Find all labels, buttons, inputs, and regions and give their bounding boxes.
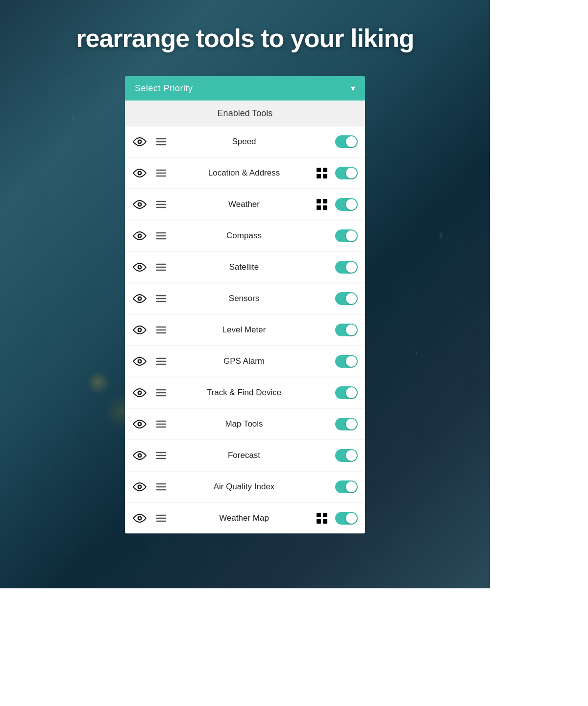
drag-handle-air-quality[interactable] [152, 482, 170, 491]
eye-icon-map-tools[interactable] [131, 419, 148, 429]
toggle-air-quality[interactable] [335, 480, 358, 493]
drag-handle-weather[interactable] [152, 200, 170, 209]
toggle-sensors[interactable] [335, 292, 358, 305]
toggle-area-forecast [334, 449, 359, 462]
toggle-area-speed [334, 135, 359, 148]
svg-point-24 [139, 235, 141, 237]
tool-label-gps-alarm: GPS Alarm [174, 356, 314, 366]
toggle-area-satellite [334, 261, 359, 274]
toggle-knob-level-meter [346, 325, 357, 335]
tool-row-forecast: Forecast [125, 440, 365, 471]
toggle-forecast[interactable] [335, 449, 358, 462]
drag-handle-track-device[interactable] [152, 388, 170, 397]
drag-handle-forecast[interactable] [152, 451, 170, 460]
drag-handle-satellite[interactable] [152, 263, 170, 272]
toggle-map-tools[interactable] [335, 418, 358, 430]
toggle-level-meter[interactable] [335, 324, 358, 336]
drag-handle-map-tools[interactable] [152, 420, 170, 429]
svg-rect-13 [323, 174, 327, 178]
eye-icon-weather-map[interactable] [131, 513, 148, 523]
eye-icon-air-quality[interactable] [131, 482, 148, 492]
toggle-weather[interactable] [335, 198, 358, 211]
eye-icon-forecast[interactable] [131, 451, 148, 460]
priority-bar-label: Select Priority [135, 83, 193, 94]
tool-label-forecast: Forecast [174, 451, 314, 460]
tool-row-gps-alarm: GPS Alarm [125, 346, 365, 377]
tool-label-track-device: Track & Find Device [174, 388, 314, 398]
toggle-area-compass [334, 229, 359, 242]
svg-point-15 [139, 203, 141, 205]
tool-label-air-quality: Air Quality Index [174, 482, 314, 492]
tool-row-satellite: Satellite [125, 252, 365, 282]
eye-icon-speed[interactable] [131, 137, 148, 147]
svg-point-1 [139, 141, 141, 143]
svg-point-54 [139, 423, 141, 425]
drag-handle-weather-map[interactable] [152, 514, 170, 523]
tool-label-satellite: Satellite [174, 262, 314, 272]
tool-label-weather: Weather [174, 200, 314, 209]
tool-label-weather-map: Weather Map [174, 513, 314, 523]
toggle-gps-alarm[interactable] [335, 355, 358, 368]
tool-row-map-tools: Map Tools [125, 409, 365, 439]
tool-row-level-meter: Level Meter [125, 315, 365, 345]
svg-point-69 [139, 517, 141, 519]
svg-point-49 [139, 392, 141, 394]
tool-row-compass: Compass [125, 221, 365, 251]
toggle-weather-map[interactable] [335, 512, 358, 525]
toggle-area-sensors [334, 292, 359, 305]
tool-row-track-device: Track & Find Device [125, 378, 365, 408]
header-section: rearrange tools to your liking [0, 25, 490, 52]
svg-point-6 [139, 172, 141, 174]
tool-row-weather-map: Weather Map [125, 503, 365, 533]
toggle-location[interactable] [335, 167, 358, 179]
toggle-knob-speed [346, 136, 357, 147]
eye-icon-location[interactable] [131, 168, 148, 178]
eye-icon-sensors[interactable] [131, 294, 148, 303]
svg-rect-74 [323, 513, 327, 517]
priority-bar[interactable]: Select Priority ▾ [125, 76, 365, 101]
drag-handle-compass[interactable] [152, 231, 170, 240]
svg-point-64 [139, 486, 141, 488]
svg-rect-73 [317, 513, 321, 517]
enabled-tools-heading: Enabled Tools [125, 101, 365, 126]
toggle-area-track-device [334, 386, 359, 399]
toggle-satellite[interactable] [335, 261, 358, 274]
eye-icon-gps-alarm[interactable] [131, 356, 148, 366]
drag-handle-location[interactable] [152, 169, 170, 177]
drag-handle-sensors[interactable] [152, 294, 170, 303]
tool-label-compass: Compass [174, 231, 314, 241]
svg-rect-12 [317, 174, 321, 178]
toggle-knob-compass [346, 230, 357, 241]
drag-handle-level-meter[interactable] [152, 326, 170, 334]
eye-icon-satellite[interactable] [131, 262, 148, 272]
toggle-area-level-meter [334, 324, 359, 336]
eye-icon-weather[interactable] [131, 200, 148, 209]
toggle-compass[interactable] [335, 229, 358, 242]
toggle-knob-sensors [346, 293, 357, 304]
toggle-area-map-tools [334, 418, 359, 430]
tool-row-air-quality: Air Quality Index [125, 472, 365, 502]
svg-rect-76 [323, 519, 327, 524]
eye-icon-track-device[interactable] [131, 388, 148, 398]
toggle-knob-forecast [346, 450, 357, 461]
toggle-knob-air-quality [346, 481, 357, 492]
svg-point-59 [139, 454, 141, 456]
tool-label-speed: Speed [174, 137, 314, 147]
toggle-knob-gps-alarm [346, 356, 357, 367]
toggle-speed[interactable] [335, 135, 358, 148]
svg-point-44 [139, 360, 141, 362]
drag-handle-gps-alarm[interactable] [152, 357, 170, 366]
toggle-area-air-quality [334, 480, 359, 493]
eye-icon-compass[interactable] [131, 231, 148, 241]
toggle-track-device[interactable] [335, 386, 358, 399]
widget-icon-location [314, 167, 330, 179]
tool-row-sensors: Sensors [125, 283, 365, 314]
toggle-knob-weather-map [346, 513, 357, 524]
widget-icon-weather [314, 199, 330, 210]
eye-icon-level-meter[interactable] [131, 325, 148, 335]
drag-handle-speed[interactable] [152, 137, 170, 146]
svg-rect-20 [323, 199, 327, 203]
svg-point-29 [139, 266, 141, 268]
svg-point-34 [139, 298, 141, 300]
svg-rect-10 [317, 168, 321, 172]
